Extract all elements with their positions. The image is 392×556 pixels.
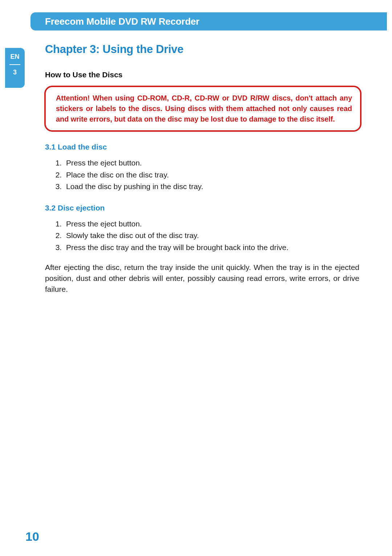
section-title: How to Use the Discs	[45, 70, 359, 79]
chapter-title: Chapter 3: Using the Drive	[45, 43, 359, 56]
page-number: 10	[25, 530, 39, 544]
after-note: After ejecting the disc, return the tray…	[45, 262, 359, 294]
list-item: Press the disc tray and the tray will be…	[64, 242, 359, 254]
list-item: Place the disc on the disc tray.	[64, 169, 359, 181]
list-item: Press the eject button.	[64, 218, 359, 230]
manual-page: Freecom Mobile DVD RW Recorder EN 3 Chap…	[0, 0, 392, 556]
side-tab-divider	[9, 64, 20, 65]
warning-box: Attention! When using CD-ROM, CD-R, CD-R…	[44, 86, 362, 132]
side-tab: EN 3	[5, 48, 25, 88]
steps-list-3-2: Press the eject button. Slowly take the …	[45, 218, 359, 254]
list-item: Slowly take the disc out of the disc tra…	[64, 230, 359, 242]
side-tab-lang: EN	[5, 53, 25, 61]
list-item: Load the disc by pushing in the disc tra…	[64, 181, 359, 193]
subsection-3-1-heading: 3.1 Load the disc	[45, 143, 359, 151]
list-item: Press the eject button.	[64, 157, 359, 169]
subsection-3-2-heading: 3.2 Disc ejection	[45, 204, 359, 212]
header-title: Freecom Mobile DVD RW Recorder	[45, 16, 200, 27]
warning-text: Attention! When using CD-ROM, CD-R, CD-R…	[56, 93, 352, 124]
side-tab-chapter: 3	[5, 69, 25, 76]
header-bar: Freecom Mobile DVD RW Recorder	[30, 12, 387, 30]
content-area: Chapter 3: Using the Drive How to Use th…	[45, 43, 359, 295]
steps-list-3-1: Press the eject button. Place the disc o…	[45, 157, 359, 193]
